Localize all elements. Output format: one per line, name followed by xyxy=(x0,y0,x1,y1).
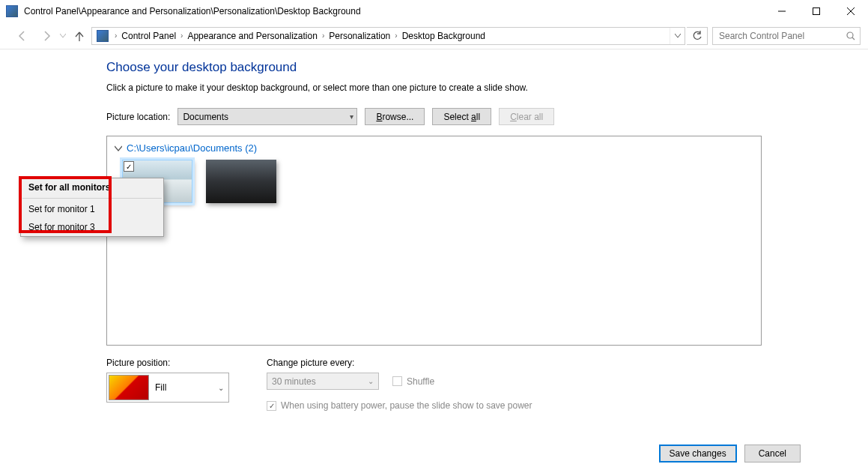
svg-point-4 xyxy=(847,32,853,38)
browse-button[interactable]: Browse... xyxy=(365,108,425,125)
arrow-right-icon xyxy=(40,30,52,42)
cancel-button[interactable]: Cancel xyxy=(744,445,801,463)
thumbnail-image xyxy=(206,160,276,203)
thumbnail-checkbox[interactable]: ✓ xyxy=(124,161,134,172)
refresh-button[interactable] xyxy=(687,27,708,45)
location-row: Picture location: Documents ▾ Browse... … xyxy=(106,108,762,125)
save-changes-label: Save changes xyxy=(670,448,726,459)
breadcrumb-chevron-icon: › xyxy=(319,31,327,40)
arrow-up-icon xyxy=(74,31,85,41)
picture-gallery: C:\Users\icpau\Documents (2) ✓ xyxy=(106,136,762,346)
maximize-icon xyxy=(813,7,820,15)
context-menu-separator xyxy=(22,198,162,199)
battery-checkbox: ✓ xyxy=(267,401,276,411)
picture-position-combo[interactable]: Fill ⌄ xyxy=(106,373,229,403)
options-row: Picture position: Fill ⌄ Change picture … xyxy=(106,358,762,411)
chevron-down-icon: ⌄ xyxy=(218,384,224,392)
interval-column: Change picture every: 30 minutes ⌄ Shuff… xyxy=(267,358,532,411)
picture-position-value: Fill xyxy=(155,382,166,393)
titlebar: Control Panel\Appearance and Personaliza… xyxy=(0,0,868,22)
chevron-down-icon: ⌄ xyxy=(368,377,374,385)
context-menu-item[interactable]: Set for all monitors xyxy=(21,178,163,196)
breadcrumb-dropdown[interactable] xyxy=(670,28,685,44)
breadcrumb-item[interactable]: Desktop Background xyxy=(401,31,487,41)
position-preview-icon xyxy=(109,375,149,400)
save-changes-button[interactable]: Save changes xyxy=(659,445,737,463)
chevron-down-icon xyxy=(60,34,66,38)
window: Control Panel\Appearance and Personaliza… xyxy=(0,0,868,470)
breadcrumb-item[interactable]: Appearance and Personalization xyxy=(186,31,318,41)
chevron-down-icon xyxy=(675,34,681,38)
picture-location-label: Picture location: xyxy=(106,112,170,122)
change-interval-combo: 30 minutes ⌄ xyxy=(267,373,379,390)
forward-button[interactable] xyxy=(34,25,58,46)
picture-position-label: Picture position: xyxy=(106,358,229,368)
control-panel-icon xyxy=(97,30,109,42)
svg-rect-1 xyxy=(813,8,820,15)
breadcrumb-chevron-icon: › xyxy=(177,31,186,40)
content-area: Choose your desktop background Click a p… xyxy=(39,49,829,428)
recent-dropdown[interactable] xyxy=(58,34,67,38)
page-title: Choose your desktop background xyxy=(106,60,762,75)
arrow-left-icon xyxy=(16,30,28,42)
battery-row: ✓ When using battery power, pause the sl… xyxy=(267,400,532,411)
chevron-down-icon: ▾ xyxy=(350,112,353,121)
minimize-button[interactable] xyxy=(765,0,799,22)
thumbnail-item[interactable] xyxy=(206,160,276,203)
close-icon xyxy=(847,7,855,15)
page-subtext: Click a picture to make it your desktop … xyxy=(106,82,762,93)
position-column: Picture position: Fill ⌄ xyxy=(106,358,229,411)
picture-location-value: Documents xyxy=(183,112,228,122)
refresh-icon xyxy=(692,31,702,41)
footer: Save changes Cancel xyxy=(659,445,801,463)
breadcrumb-chevron-icon: › xyxy=(112,31,120,40)
breadcrumb-item[interactable]: Personalization xyxy=(327,31,392,41)
navbar: › Control Panel › Appearance and Persona… xyxy=(0,22,868,49)
back-button[interactable] xyxy=(10,25,34,46)
maximize-button[interactable] xyxy=(799,0,834,22)
app-icon xyxy=(6,5,18,17)
breadcrumb-chevron-icon: › xyxy=(392,31,400,40)
group-header[interactable]: C:\Users\icpau\Documents (2) xyxy=(115,142,753,154)
shuffle-row: Shuffle xyxy=(392,376,434,387)
search-input[interactable] xyxy=(717,30,846,42)
picture-location-combo[interactable]: Documents ▾ xyxy=(177,108,357,125)
change-every-label: Change picture every: xyxy=(267,358,532,368)
change-interval-value: 30 minutes xyxy=(272,376,316,387)
cancel-label: Cancel xyxy=(759,448,786,459)
context-menu: Set for all monitors Set for monitor 1 S… xyxy=(20,178,164,237)
select-all-button[interactable]: Select all xyxy=(432,108,491,125)
context-menu-item[interactable]: Set for monitor 1 xyxy=(21,200,163,218)
breadcrumb[interactable]: › Control Panel › Appearance and Persona… xyxy=(91,27,685,45)
thumbnail-row: ✓ xyxy=(115,160,753,203)
context-menu-item[interactable]: Set for monitor 3 xyxy=(21,218,163,236)
up-button[interactable] xyxy=(70,25,88,46)
group-header-label: C:\Users\icpau\Documents (2) xyxy=(127,142,257,154)
window-title: Control Panel\Appearance and Personaliza… xyxy=(24,6,765,16)
window-controls xyxy=(765,0,868,22)
shuffle-checkbox xyxy=(392,376,402,386)
chevron-down-icon xyxy=(115,145,122,152)
breadcrumb-item[interactable]: Control Panel xyxy=(120,31,177,41)
minimize-icon xyxy=(778,7,786,15)
search-box[interactable] xyxy=(712,27,861,45)
clear-all-button[interactable]: Clear all xyxy=(499,108,554,125)
svg-line-5 xyxy=(852,37,855,40)
close-button[interactable] xyxy=(834,0,868,22)
search-icon xyxy=(846,31,855,40)
